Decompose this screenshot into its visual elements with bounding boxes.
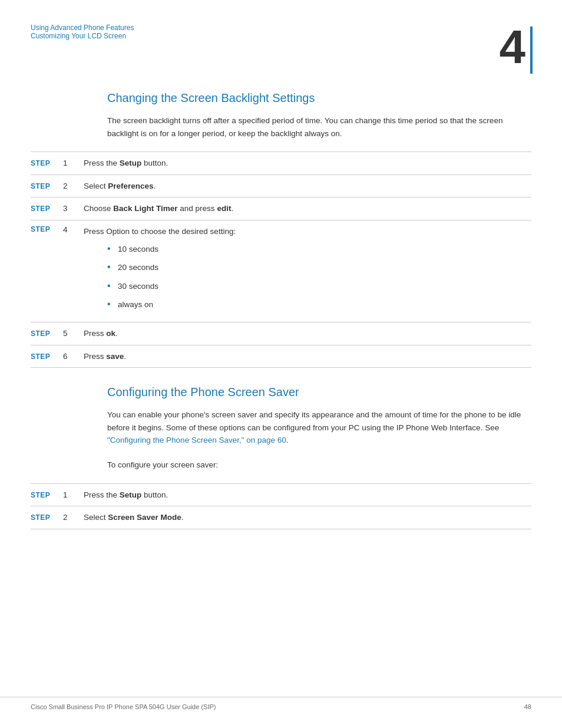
chapter-rule-decoration xyxy=(530,27,533,74)
step2-content: Select Preferences. xyxy=(84,180,531,193)
step4-number: 4 xyxy=(63,225,84,234)
step1-number: 1 xyxy=(63,159,84,167)
page-footer: Cisco Small Business Pro IP Phone SPA 50… xyxy=(0,697,562,710)
s2-step2-content: Select Screen Saver Mode. xyxy=(84,511,531,524)
breadcrumb-line2: Customizing Your LCD Screen xyxy=(31,32,134,40)
step5-bold: ok xyxy=(106,329,115,338)
step5-content: Press ok. xyxy=(84,327,531,340)
section1-description: The screen backlight turns off after a s… xyxy=(31,114,531,140)
step3-label: STEP xyxy=(31,205,63,213)
step3-content: Choose Back Light Timer and press edit. xyxy=(84,202,531,215)
main-content: Changing the Screen Backlight Settings T… xyxy=(0,91,562,529)
step4-label: STEP xyxy=(31,225,63,233)
bullet-10sec: 10 seconds xyxy=(107,243,531,256)
chapter-number: 4 xyxy=(500,24,526,71)
chapter-number-container: 4 xyxy=(500,24,533,74)
step5-number: 5 xyxy=(63,329,84,338)
footer-page-number: 48 xyxy=(524,703,531,710)
step2-label: STEP xyxy=(31,182,63,190)
step-2: STEP 2 Select Preferences. xyxy=(31,174,531,197)
section1-title: Changing the Screen Backlight Settings xyxy=(31,91,531,105)
step5-label: STEP xyxy=(31,330,63,338)
bullet-30sec: 30 seconds xyxy=(107,280,531,293)
section2-title: Configuring the Phone Screen Saver xyxy=(31,386,531,399)
s2-step1-label: STEP xyxy=(31,491,63,499)
s2-step2-number: 2 xyxy=(63,513,84,522)
step6-label: STEP xyxy=(31,353,63,361)
step6-bold: save xyxy=(106,352,124,361)
step6-number: 6 xyxy=(63,352,84,361)
step3-number: 3 xyxy=(63,204,84,213)
step1-label: STEP xyxy=(31,159,63,167)
step2-bold: Preferences xyxy=(108,182,153,190)
section2-description: You can enable your phone's screen saver… xyxy=(31,409,531,447)
step-6: STEP 6 Press save. xyxy=(31,345,531,368)
step2-number: 2 xyxy=(63,182,84,190)
step1-bold: Setup xyxy=(120,159,142,167)
step1-content: Press the Setup button. xyxy=(84,157,531,170)
s2-step1-bold: Setup xyxy=(120,490,142,499)
step-4: STEP 4 Press Option to choose the desire… xyxy=(31,220,531,322)
s2-step1-number: 1 xyxy=(63,490,84,499)
footer-left-text: Cisco Small Business Pro IP Phone SPA 50… xyxy=(31,703,216,710)
page-header: Using Advanced Phone Features Customizin… xyxy=(0,0,562,80)
step-5: STEP 5 Press ok. xyxy=(31,322,531,345)
s2-step1-content: Press the Setup button. xyxy=(84,489,531,502)
bullet-always-on: always on xyxy=(107,298,531,311)
section2-step-1: STEP 1 Press the Setup button. xyxy=(31,483,531,506)
step4-text: Press Option to choose the desired setti… xyxy=(84,227,236,236)
step-1: STEP 1 Press the Setup button. xyxy=(31,151,531,174)
section2-link[interactable]: "Configuring the Phone Screen Saver," on… xyxy=(107,436,286,444)
section-backlight: Changing the Screen Backlight Settings T… xyxy=(31,91,531,368)
breadcrumb-line1: Using Advanced Phone Features xyxy=(31,24,134,32)
step3-bold1: Back Light Timer xyxy=(113,204,177,213)
step-3: STEP 3 Choose Back Light Timer and press… xyxy=(31,197,531,220)
step4-content: Press Option to choose the desired setti… xyxy=(84,225,531,317)
s2-step2-label: STEP xyxy=(31,513,63,522)
breadcrumb-container: Using Advanced Phone Features Customizin… xyxy=(31,24,134,40)
section-screensaver: Configuring the Phone Screen Saver You c… xyxy=(31,386,531,529)
step6-content: Press save. xyxy=(84,350,531,363)
section2-steps: STEP 1 Press the Setup button. STEP 2 Se… xyxy=(31,483,531,529)
step4-bullet-list: 10 seconds 20 seconds 30 seconds always … xyxy=(107,243,531,311)
step3-bold2: edit xyxy=(217,204,231,213)
section2-description2: To configure your screen saver: xyxy=(31,459,531,472)
page: Using Advanced Phone Features Customizin… xyxy=(0,0,562,728)
bullet-20sec: 20 seconds xyxy=(107,261,531,274)
s2-step2-bold: Screen Saver Mode xyxy=(108,513,181,522)
section1-steps: STEP 1 Press the Setup button. STEP 2 Se… xyxy=(31,151,531,368)
section2-step-2: STEP 2 Select Screen Saver Mode. xyxy=(31,506,531,529)
